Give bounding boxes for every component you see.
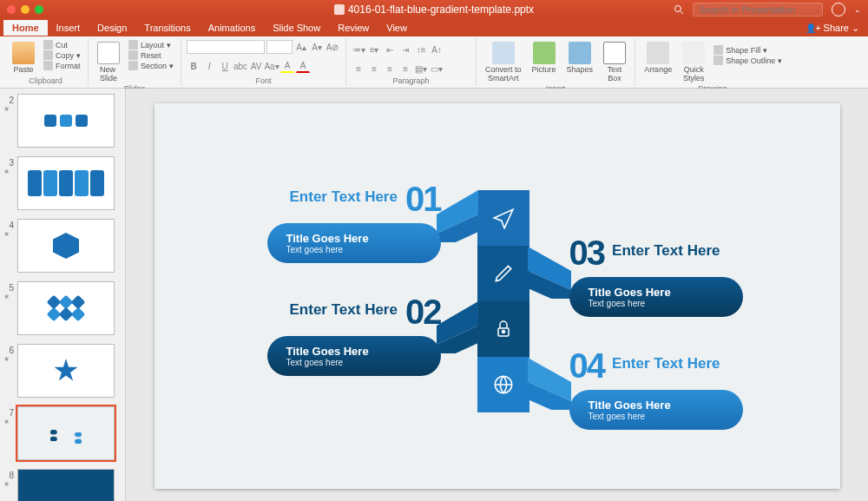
center-block-4[interactable] — [477, 357, 529, 412]
close-window-icon[interactable] — [7, 5, 16, 14]
bucket-icon — [713, 45, 723, 55]
shapes-button[interactable]: Shapes — [563, 40, 597, 76]
copy-button[interactable]: Copy ▾ — [42, 50, 82, 60]
tab-view[interactable]: View — [378, 20, 416, 36]
slide-thumbnails-panel[interactable]: 2★ 3★ 4★ 5★ 6★ 7★ 8★ — [0, 89, 126, 501]
font-size-select[interactable] — [266, 40, 293, 54]
thumb-8[interactable]: 8★ — [2, 467, 123, 501]
textbox-button[interactable]: Text Box — [600, 40, 629, 84]
shadow-button[interactable]: AV — [249, 59, 263, 73]
filename-label: 4016-01-flat-blue-gradient-template.pptx — [348, 3, 534, 16]
svg-line-2 — [681, 11, 683, 14]
numbering-button[interactable]: ≡▾ — [367, 43, 381, 56]
shape-fill-button[interactable]: Shape Fill ▾ — [712, 45, 784, 55]
section-button[interactable]: Section ▾ — [127, 61, 175, 70]
center-block-2[interactable] — [477, 246, 529, 301]
thumb-4[interactable]: 4★ — [2, 217, 123, 274]
share-button[interactable]: 👤+ Share ⌄ — [797, 23, 868, 34]
animation-star-icon: ★ — [3, 230, 14, 238]
italic-button[interactable]: I — [202, 59, 216, 73]
quick-styles-icon — [682, 42, 705, 64]
connector-4 — [528, 358, 571, 410]
ribbon-tabs: Home Insert Design Transitions Animation… — [0, 19, 868, 36]
paste-button[interactable]: Paste — [9, 40, 38, 76]
thumb-2[interactable]: 2★ — [2, 92, 123, 149]
pill-03[interactable]: Title Goes Here Text goes here — [569, 277, 743, 317]
info-item-02[interactable]: Enter Text Here 02 — [241, 293, 441, 332]
tab-insert[interactable]: Insert — [48, 20, 89, 36]
shapes-icon — [569, 42, 591, 64]
spacing-button[interactable]: Aa▾ — [265, 59, 279, 73]
new-slide-icon — [97, 42, 120, 64]
svg-rect-0 — [334, 4, 345, 15]
picture-button[interactable]: Picture — [529, 40, 560, 76]
thumb-6[interactable]: 6★ — [2, 342, 123, 399]
info-item-01[interactable]: Enter Text Here 01 — [241, 180, 441, 219]
tab-design[interactable]: Design — [89, 20, 135, 36]
info-item-03[interactable]: 03 Enter Text Here — [569, 234, 720, 273]
search-input[interactable] — [693, 3, 823, 16]
thumb-5[interactable]: 5★ — [2, 280, 123, 337]
cut-button[interactable]: Cut — [42, 40, 82, 49]
shape-outline-button[interactable]: Shape Outline ▾ — [712, 56, 784, 65]
maximize-window-icon[interactable] — [35, 5, 43, 14]
pill-04[interactable]: Title Goes Here Text goes here — [569, 390, 743, 430]
clear-format-icon[interactable]: A⊘ — [326, 40, 339, 54]
minimize-window-icon[interactable] — [21, 5, 30, 14]
underline-button[interactable]: U — [218, 59, 232, 73]
tab-animations[interactable]: Animations — [200, 20, 264, 36]
thumb-7[interactable]: 7★ — [2, 405, 123, 462]
slide-canvas-area[interactable]: Enter Text Here 01 Title Goes Here Text … — [126, 89, 868, 501]
new-slide-button[interactable]: New Slide — [94, 40, 123, 84]
tab-transitions[interactable]: Transitions — [135, 20, 199, 36]
center-block-1[interactable] — [477, 190, 529, 246]
bullets-button[interactable]: ≔▾ — [352, 43, 365, 56]
font-color-button[interactable]: A — [296, 59, 310, 73]
align-right-button[interactable]: ≡ — [383, 62, 397, 76]
columns-button[interactable]: ▤▾ — [414, 62, 428, 76]
tab-home[interactable]: Home — [3, 20, 48, 36]
line-spacing-button[interactable]: ↕≡ — [414, 43, 428, 56]
chevron-down-icon[interactable]: ⌄ — [854, 5, 861, 14]
slide[interactable]: Enter Text Here 01 Title Goes Here Text … — [155, 103, 840, 489]
indent-dec-button[interactable]: ⇤ — [383, 43, 397, 56]
quick-styles-button[interactable]: Quick Styles — [679, 40, 708, 84]
convert-smartart-button[interactable]: Convert to SmartArt — [482, 40, 525, 84]
increase-font-icon[interactable]: A▴ — [294, 40, 308, 54]
thumb-number: 4 — [3, 219, 14, 230]
font-family-select[interactable] — [187, 40, 265, 54]
reset-icon — [128, 50, 138, 60]
align-text-button[interactable]: ▭▾ — [430, 62, 444, 76]
align-center-button[interactable]: ≡ — [367, 62, 381, 76]
align-left-button[interactable]: ≡ — [352, 62, 365, 76]
pill-02[interactable]: Title Goes Here Text goes here — [267, 336, 441, 376]
highlight-button[interactable]: A — [280, 59, 294, 73]
thumb-number: 3 — [3, 156, 14, 168]
text-direction-button[interactable]: A↕ — [430, 43, 444, 56]
tab-slideshow[interactable]: Slide Show — [264, 20, 329, 36]
pill-title: Title Goes Here — [589, 399, 724, 412]
pill-title: Title Goes Here — [286, 232, 422, 245]
layout-button[interactable]: Layout ▾ — [127, 40, 175, 49]
thumb-number: 8 — [3, 469, 14, 480]
reset-button[interactable]: Reset — [127, 50, 175, 60]
pill-subtitle: Text goes here — [589, 299, 724, 308]
feedback-icon[interactable] — [832, 3, 845, 16]
group-label: Font — [187, 76, 340, 86]
tab-review[interactable]: Review — [329, 20, 378, 36]
format-painter-button[interactable]: Format — [42, 61, 82, 70]
pill-01[interactable]: Title Goes Here Text goes here — [267, 223, 441, 263]
indent-inc-button[interactable]: ⇥ — [398, 43, 412, 56]
strike-button[interactable]: abc — [233, 59, 247, 73]
center-block-3[interactable] — [477, 301, 529, 357]
justify-button[interactable]: ≡ — [398, 62, 412, 76]
info-item-04[interactable]: 04 Enter Text Here — [569, 346, 720, 386]
group-font: A▴ A▾ A⊘ B I U abc AV Aa▾ A A Font — [181, 38, 346, 86]
thumb-3[interactable]: 3★ — [2, 155, 123, 212]
scissors-icon — [43, 40, 53, 49]
bold-button[interactable]: B — [187, 59, 201, 73]
svg-point-4 — [502, 330, 504, 333]
thumb-number: 6 — [3, 344, 14, 355]
arrange-button[interactable]: Arrange — [641, 40, 675, 76]
decrease-font-icon[interactable]: A▾ — [310, 40, 324, 54]
